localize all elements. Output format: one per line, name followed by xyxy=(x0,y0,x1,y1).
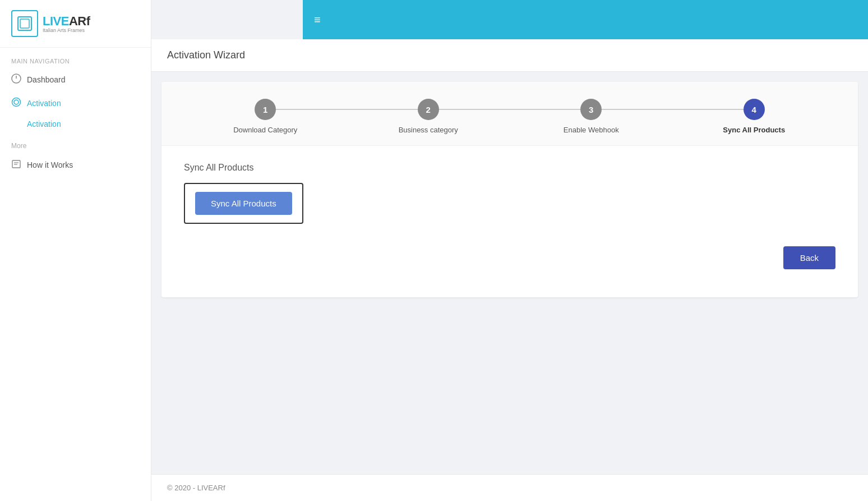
step-4-circle: 4 xyxy=(744,99,765,120)
svg-rect-1 xyxy=(20,19,29,28)
back-button[interactable]: Back xyxy=(783,246,835,269)
page-title: Activation Wizard xyxy=(167,49,245,61)
sidebar-item-dashboard[interactable]: Dashboard xyxy=(0,68,151,91)
logo-area: LIVEARf Italian Arts Frames xyxy=(0,0,151,48)
sidebar: LIVEARf Italian Arts Frames Main Navigat… xyxy=(0,0,151,501)
sidebar-item-activation[interactable]: Activation xyxy=(0,91,151,115)
sidebar-dashboard-label: Dashboard xyxy=(27,75,66,84)
sidebar-sub-activation[interactable]: Activation xyxy=(0,115,151,133)
svg-point-4 xyxy=(12,98,21,107)
step-2-label: Business category xyxy=(399,126,458,134)
how-it-works-label: How it Works xyxy=(27,160,73,169)
brand-name: LIVEARf xyxy=(43,14,90,29)
step-4-label: Sync All Products xyxy=(723,126,785,134)
step-1-label: Download Category xyxy=(233,126,297,134)
brand-tagline: Italian Arts Frames xyxy=(43,27,90,33)
wizard-footer: Back xyxy=(161,241,858,281)
sync-box: Sync All Products xyxy=(184,183,303,224)
sidebar-activation-label: Activation xyxy=(27,99,61,108)
step-3-circle: 3 xyxy=(580,99,602,120)
sync-section-title: Sync All Products xyxy=(184,163,835,173)
activation-icon xyxy=(11,97,21,109)
step-3: 3 Enable Webhook xyxy=(510,99,673,134)
sync-all-button[interactable]: Sync All Products xyxy=(195,192,292,215)
wizard-body: Sync All Products Sync All Products xyxy=(161,146,858,241)
dashboard-icon xyxy=(11,73,21,86)
how-it-works-icon xyxy=(11,159,21,171)
step-1-circle: 1 xyxy=(255,99,276,120)
hamburger-icon[interactable]: ≡ xyxy=(314,13,321,26)
sidebar-item-how-it-works[interactable]: How it Works xyxy=(0,153,151,177)
wizard-card: 1 Download Category 2 Business category … xyxy=(161,82,858,297)
step-4: 4 Sync All Products xyxy=(673,99,836,134)
page-header: Activation Wizard xyxy=(151,39,868,72)
step-2-circle: 2 xyxy=(418,99,439,120)
page-footer: © 2020 - LIVEARf xyxy=(151,474,868,501)
content-area: Activation Wizard 1 Download Category 2 … xyxy=(151,39,868,501)
step-1: 1 Download Category xyxy=(184,99,347,134)
top-bar: ≡ xyxy=(303,0,868,39)
logo-icon xyxy=(11,10,38,37)
more-section-label: More xyxy=(0,133,151,153)
footer-text: © 2020 - LIVEARf xyxy=(167,484,225,492)
svg-point-5 xyxy=(14,100,19,104)
step-3-label: Enable Webhook xyxy=(564,126,619,134)
steps-row: 1 Download Category 2 Business category … xyxy=(161,82,858,146)
nav-section-label: Main Navigation xyxy=(0,48,151,68)
step-2: 2 Business category xyxy=(347,99,510,134)
